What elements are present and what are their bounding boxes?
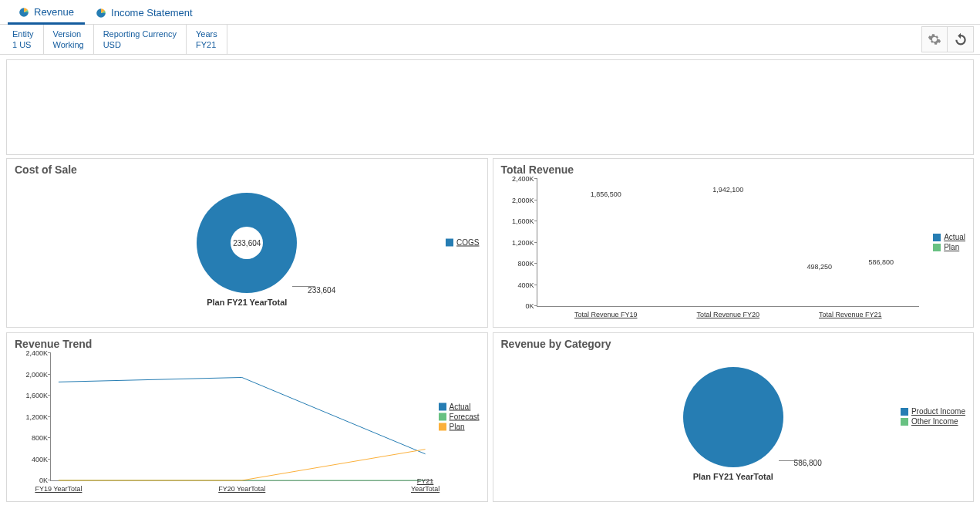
refresh-icon: [954, 32, 968, 46]
pov-version[interactable]: Version Working: [44, 25, 94, 54]
pie-chart-icon: [19, 7, 29, 18]
card-title: Cost of Sale: [15, 163, 480, 176]
card-total-revenue: Total Revenue Actual Plan 0K400K800K1,20…: [493, 158, 975, 328]
pov-entity[interactable]: Entity 1 US: [6, 25, 44, 54]
settings-button[interactable]: [921, 26, 948, 52]
card-title: Revenue by Category: [501, 338, 966, 350]
donut-chart[interactable]: 233,604 233,604: [197, 193, 297, 293]
card-revenue-trend: Revenue Trend Actual Forecast Plan 0K400…: [6, 332, 488, 502]
refresh-button[interactable]: [948, 26, 974, 52]
tab-label: Income Statement: [111, 7, 193, 19]
donut-center-value: 233,604: [231, 227, 263, 259]
card-title: Total Revenue: [501, 163, 966, 176]
card-revenue-by-category: Revenue by Category Product Income Other…: [493, 332, 975, 502]
dashboard-tabs: Revenue Income Statement: [0, 0, 980, 25]
tab-revenue[interactable]: Revenue: [8, 0, 85, 25]
card-cost-of-sale: Cost of Sale COGS 233,604 233,604 Plan F…: [6, 158, 488, 328]
donut-callout: 233,604: [308, 286, 335, 295]
chart-subtitle: Plan FY21 YearTotal: [207, 298, 287, 307]
blank-panel: [6, 59, 974, 155]
chart-subtitle: Plan FY21 YearTotal: [693, 472, 773, 481]
tab-label: Revenue: [34, 6, 74, 18]
card-title: Revenue Trend: [15, 338, 480, 350]
pie-chart[interactable]: 586,800: [683, 367, 783, 467]
bar-chart[interactable]: 0K400K800K1,200K1,600K2,000K2,400K1,856,…: [501, 179, 966, 321]
pov-bar: Entity 1 US Version Working Reporting Cu…: [0, 25, 980, 55]
tab-income-statement[interactable]: Income Statement: [85, 0, 204, 24]
pov-years[interactable]: Years FY21: [187, 25, 227, 54]
pov-reporting-currency[interactable]: Reporting Currency USD: [94, 25, 187, 54]
gear-icon: [928, 32, 941, 46]
line-chart[interactable]: 0K400K800K1,200K1,600K2,000K2,400KFY19 Y…: [15, 353, 480, 495]
pie-chart-icon: [96, 8, 106, 19]
